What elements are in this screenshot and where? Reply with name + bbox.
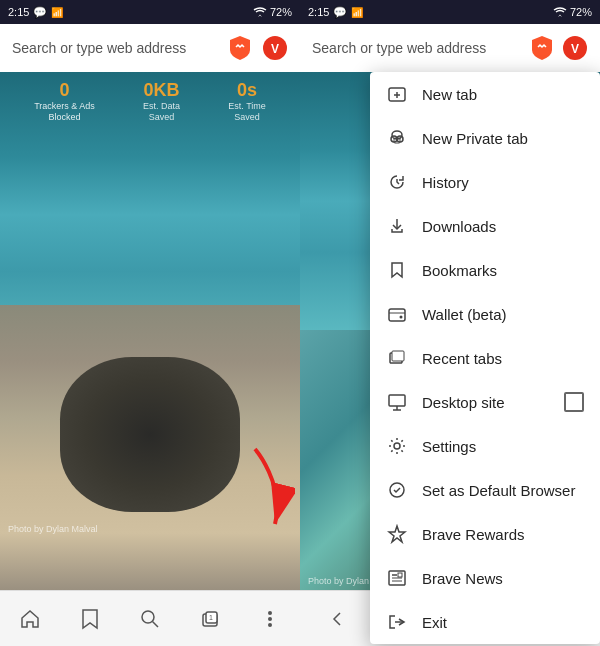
- menu-label-exit: Exit: [422, 614, 584, 631]
- menu-label-history: History: [422, 174, 584, 191]
- menu-item-new-tab[interactable]: New tab: [370, 72, 600, 116]
- menu-label-desktop-site: Desktop site: [422, 394, 505, 411]
- nav-search-left[interactable]: [130, 599, 170, 639]
- svg-rect-25: [392, 351, 404, 361]
- chat-icon: 💬: [33, 6, 47, 19]
- time-stat: 0s Est. TimeSaved: [228, 80, 266, 123]
- menu-label-settings: Settings: [422, 438, 584, 455]
- battery-left: 72%: [270, 6, 292, 18]
- desktop-site-checkbox[interactable]: [564, 392, 584, 412]
- vpn-icon-left[interactable]: V: [262, 35, 288, 61]
- address-text-right[interactable]: Search or type web address: [312, 40, 522, 56]
- time-value: 0s: [237, 80, 257, 101]
- status-bar-left: 2:15 💬 📶 72%: [0, 0, 300, 24]
- trackers-stat: 0 Trackers & AdsBlocked: [34, 80, 95, 123]
- status-time-right: 2:15 💬 📶: [308, 6, 363, 19]
- new-tab-icon: [386, 83, 408, 105]
- data-stat: 0KB Est. DataSaved: [143, 80, 180, 123]
- menu-label-downloads: Downloads: [422, 218, 584, 235]
- left-panel: 2:15 💬 📶 72% Search or type web address: [0, 0, 300, 646]
- trackers-value: 0: [59, 80, 69, 101]
- stats-overlay-left: 0 Trackers & AdsBlocked 0KB Est. DataSav…: [0, 80, 300, 123]
- address-text-left[interactable]: Search or type web address: [12, 40, 218, 56]
- nav-bookmark-left[interactable]: [70, 599, 110, 639]
- nav-home-left[interactable]: [10, 599, 50, 639]
- svg-point-9: [268, 617, 272, 621]
- menu-label-brave-news: Brave News: [422, 570, 584, 587]
- battery-right: 72%: [570, 6, 592, 18]
- menu-label-brave-rewards: Brave Rewards: [422, 526, 584, 543]
- history-icon: [386, 171, 408, 193]
- brave-shield-left[interactable]: [226, 34, 254, 62]
- status-time-left: 2:15 💬 📶: [8, 6, 63, 19]
- address-icons-left: V: [226, 34, 288, 62]
- default-browser-icon: [386, 479, 408, 501]
- menu-label-bookmarks: Bookmarks: [422, 262, 584, 279]
- address-bar-right[interactable]: Search or type web address V: [300, 24, 600, 72]
- menu-item-default-browser[interactable]: Set as Default Browser: [370, 468, 600, 512]
- status-bar-right: 2:15 💬 📶 72%: [300, 0, 600, 24]
- menu-item-history[interactable]: History: [370, 160, 600, 204]
- address-icons-right: V: [530, 34, 588, 62]
- private-tab-icon: [386, 127, 408, 149]
- wifi-icon-right: [553, 7, 567, 17]
- menu-item-new-private-tab[interactable]: New Private tab: [370, 116, 600, 160]
- menu-item-wallet[interactable]: Wallet (beta): [370, 292, 600, 336]
- dark-rock-left: [60, 357, 240, 512]
- menu-item-recent-tabs[interactable]: Recent tabs: [370, 336, 600, 380]
- status-right-left: 72%: [253, 6, 292, 18]
- menu-item-settings[interactable]: Settings: [370, 424, 600, 468]
- data-value: 0KB: [144, 80, 180, 101]
- status-right-right: 72%: [553, 6, 592, 18]
- browser-content-left: 0 Trackers & AdsBlocked 0KB Est. DataSav…: [0, 72, 300, 590]
- menu-item-downloads[interactable]: Downloads: [370, 204, 600, 248]
- svg-rect-36: [398, 573, 402, 577]
- menu-label-wallet: Wallet (beta): [422, 306, 584, 323]
- svg-rect-22: [389, 309, 405, 321]
- signal-icon-right: 📶: [351, 7, 363, 18]
- svg-point-29: [394, 443, 400, 449]
- bottom-nav-left: 1: [0, 590, 300, 646]
- exit-icon: [386, 611, 408, 633]
- menu-item-brave-news[interactable]: Brave News: [370, 556, 600, 600]
- time-label: Est. TimeSaved: [228, 101, 266, 123]
- bookmarks-icon: [386, 259, 408, 281]
- nav-tabs-left[interactable]: 1: [190, 599, 230, 639]
- brave-news-icon: [386, 567, 408, 589]
- desktop-icon: [386, 391, 408, 413]
- chat-icon-right: 💬: [333, 6, 347, 19]
- dropdown-menu: New tab New Private tab: [370, 72, 600, 644]
- menu-item-exit[interactable]: Exit: [370, 600, 600, 644]
- menu-item-bookmarks[interactable]: Bookmarks: [370, 248, 600, 292]
- menu-label-recent-tabs: Recent tabs: [422, 350, 584, 367]
- svg-point-10: [268, 623, 272, 627]
- wifi-icon-left: [253, 7, 267, 17]
- svg-marker-31: [389, 526, 405, 542]
- desktop-site-left: Desktop site: [386, 391, 505, 413]
- menu-label-default-browser: Set as Default Browser: [422, 482, 584, 499]
- menu-label-new-tab: New tab: [422, 86, 584, 103]
- time-right: 2:15: [308, 6, 329, 18]
- svg-rect-26: [389, 395, 405, 406]
- menu-item-brave-rewards[interactable]: Brave Rewards: [370, 512, 600, 556]
- menu-label-new-private-tab: New Private tab: [422, 130, 584, 147]
- downloads-icon: [386, 215, 408, 237]
- svg-text:1: 1: [209, 614, 213, 621]
- svg-line-4: [153, 621, 159, 627]
- vpn-icon-right[interactable]: V: [562, 35, 588, 61]
- red-arrow-left: [235, 444, 295, 534]
- nav-more-left[interactable]: [250, 599, 290, 639]
- recent-tabs-icon: [386, 347, 408, 369]
- brave-shield-right[interactable]: [530, 34, 554, 62]
- svg-point-8: [268, 611, 272, 615]
- wallet-icon: [386, 303, 408, 325]
- toolbar-back[interactable]: [318, 599, 358, 639]
- svg-point-3: [142, 611, 154, 623]
- svg-text:V: V: [271, 42, 279, 56]
- brave-rewards-icon: [386, 523, 408, 545]
- svg-text:V: V: [571, 42, 579, 56]
- menu-item-desktop-site[interactable]: Desktop site: [370, 380, 600, 424]
- address-bar-left[interactable]: Search or type web address V: [0, 24, 300, 72]
- svg-point-23: [400, 316, 403, 319]
- photo-credit-left: Photo by Dylan Malval: [8, 524, 98, 534]
